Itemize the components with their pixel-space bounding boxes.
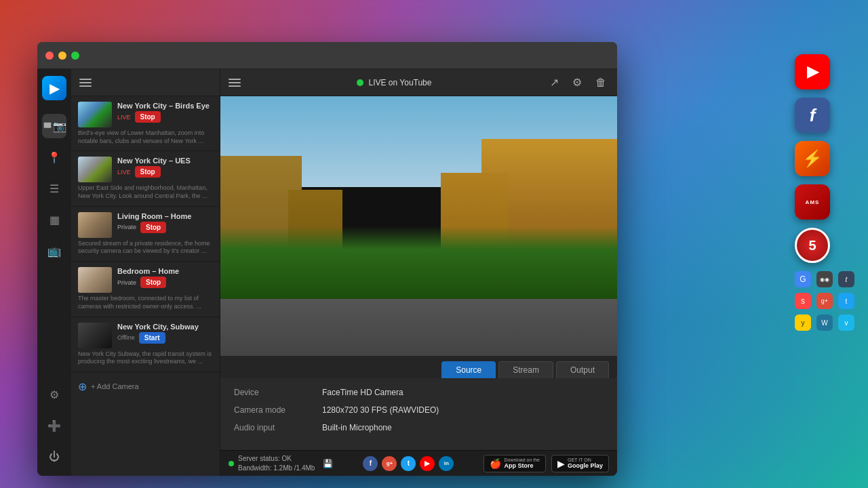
- camera-stop-btn-1[interactable]: Stop: [135, 111, 161, 123]
- dock-small-tumblr[interactable]: t: [838, 271, 854, 287]
- dock-facebook[interactable]: f: [795, 98, 830, 133]
- camera-status-1: LIVE: [117, 114, 131, 121]
- social-youtube-btn[interactable]: ▶: [420, 456, 435, 471]
- camera-info-1: New York City – Birds Eye LIVE Stop: [117, 102, 213, 124]
- settings-button[interactable]: ⚙: [570, 73, 585, 92]
- camera-status-row-1: LIVE Stop: [117, 111, 213, 123]
- camera-desc-1: Bird's-eye view of Lower Manhattan, zoom…: [78, 129, 213, 145]
- social-linkedin-btn[interactable]: in: [439, 456, 454, 471]
- social-twitter-btn[interactable]: t: [401, 456, 416, 471]
- dock-small-gplus[interactable]: g+: [816, 293, 833, 309]
- sidebar-item-location[interactable]: 📍: [42, 145, 66, 169]
- tab-output[interactable]: Output: [556, 361, 609, 378]
- camera-mode-row: Camera mode 868x488 30 FPS (RAWVIDEO): [234, 405, 604, 415]
- close-button[interactable]: [45, 52, 54, 60]
- audio-input-value: Built-in Microphone: [322, 423, 392, 432]
- social-icons: f g+ t ▶ in: [363, 456, 454, 471]
- dock-row-3: y W v: [795, 314, 854, 331]
- device-label: Device: [234, 388, 322, 397]
- live-indicator: [357, 79, 363, 86]
- sidebar-item-grid[interactable]: ▦: [42, 207, 66, 232]
- dock-youtube[interactable]: ▶: [795, 54, 830, 89]
- share-button[interactable]: ↗: [547, 73, 561, 92]
- app-content: ▶ 📷 📍 ☰ ▦ 📺 ⚙ ➕ ⏻: [37, 69, 617, 476]
- camera-desc-2: Upper East Side and neighborhood, Manhat…: [78, 184, 213, 200]
- camera-list: New York City – Birds Eye LIVE Stop Bird…: [71, 69, 220, 476]
- dock-row-1: G ◉◉ t: [795, 271, 854, 287]
- minimize-button[interactable]: [58, 52, 66, 60]
- sidebar-item-settings[interactable]: ⚙: [42, 382, 66, 407]
- camera-desc-5: New York City Subway, the rapid transit …: [78, 350, 213, 366]
- main-content: LIVE on YouTube ↗ ⚙ 🗑: [220, 69, 617, 476]
- camera-desc-3: Secured stream of a private residence, t…: [78, 240, 213, 256]
- status-bar: Server status: OK Bandwidth: 1.2Mb /1.4M…: [220, 450, 617, 476]
- sidebar-logo[interactable]: ▶: [42, 76, 66, 100]
- sidebar-item-broadcast[interactable]: 📺: [42, 239, 66, 263]
- app-window: ▶ 📷 📍 ☰ ▦ 📺 ⚙ ➕ ⏻: [37, 42, 617, 476]
- camera-status-row-4: Private Stop: [117, 277, 213, 288]
- camera-thumb-3: [78, 212, 112, 238]
- list-header: [71, 69, 220, 96]
- status-dot: [229, 461, 234, 466]
- hamburger-menu[interactable]: [79, 79, 92, 87]
- add-camera-label: + Add Camera: [91, 382, 139, 390]
- dock-ams[interactable]: AMS: [795, 184, 830, 220]
- maximize-button[interactable]: [71, 52, 79, 60]
- camera-name-2: New York City – UES: [117, 157, 213, 165]
- dock-five[interactable]: 5: [795, 228, 830, 263]
- dock-small-google[interactable]: G: [795, 271, 811, 287]
- ams-label: AMS: [806, 199, 820, 205]
- sidebar-item-medical[interactable]: ➕: [42, 413, 66, 438]
- camera-name-5: New York City, Subway: [117, 323, 213, 331]
- five-icon: 5: [795, 228, 830, 263]
- dock-small-s[interactable]: s: [795, 293, 811, 309]
- add-camera-button[interactable]: ⊕ + Add Camera: [71, 372, 220, 401]
- camera-stop-btn-3[interactable]: Stop: [140, 222, 166, 233]
- sidebar-item-cameras[interactable]: 📷: [42, 114, 66, 138]
- toolbar-center: LIVE on YouTube: [241, 78, 547, 87]
- tab-source[interactable]: Source: [441, 361, 496, 378]
- camera-stop-btn-2[interactable]: Stop: [135, 166, 161, 178]
- dock-thunder[interactable]: ⚡: [795, 141, 830, 176]
- device-row: Device FaceTime HD Camera: [234, 388, 604, 397]
- sidebar-item-list[interactable]: ☰: [42, 176, 66, 201]
- google-play-button[interactable]: ▶ GET IT ON Google Play: [551, 455, 609, 472]
- camera-info-2: New York City – UES LIVE Stop: [117, 157, 213, 179]
- toolbar-menu-icon[interactable]: [229, 79, 241, 87]
- dock-small-circles[interactable]: ◉◉: [816, 271, 833, 287]
- audio-input-row: Audio input Built-in Microphone: [234, 423, 604, 432]
- camera-status-row-5: Offline Start: [117, 332, 213, 344]
- social-googleplus-btn[interactable]: g+: [382, 456, 397, 471]
- camera-status-3: Private: [117, 224, 136, 230]
- camera-name-4: Bedroom – Home: [117, 267, 213, 275]
- camera-item-3[interactable]: Living Room – Home Private Stop Secured …: [71, 207, 220, 262]
- toolbar-left: [229, 79, 241, 87]
- tab-stream[interactable]: Stream: [498, 361, 553, 378]
- delete-button[interactable]: 🗑: [593, 74, 609, 92]
- toolbar-right: ↗ ⚙ 🗑: [547, 73, 609, 92]
- disk-icon: 💾: [323, 459, 333, 468]
- camera-name-1: New York City – Birds Eye: [117, 102, 213, 110]
- camera-stop-btn-4[interactable]: Stop: [140, 277, 166, 288]
- dock-small-yellow[interactable]: y: [795, 314, 811, 331]
- google-play-text: GET IT ON Google Play: [568, 458, 603, 469]
- dock-small-twitter[interactable]: t: [838, 293, 854, 309]
- dock-small-wordpress[interactable]: W: [816, 314, 833, 331]
- camera-item-1[interactable]: New York City – Birds Eye LIVE Stop Bird…: [71, 96, 220, 151]
- app-store-button[interactable]: 🍎 Download on the App Store: [484, 455, 546, 472]
- tab-bar: Source Stream Output: [220, 356, 617, 378]
- camera-item-4[interactable]: Bedroom – Home Private Stop The master b…: [71, 262, 220, 317]
- server-status-text: Server status: OK Bandwidth: 1.2Mb /1.4M…: [238, 454, 315, 473]
- sidebar: ▶ 📷 📍 ☰ ▦ 📺 ⚙ ➕ ⏻: [37, 69, 71, 476]
- sidebar-item-power[interactable]: ⏻: [42, 445, 66, 469]
- dock-small-vimeo[interactable]: v: [838, 314, 854, 331]
- google-play-icon: ▶: [557, 458, 565, 469]
- camera-item-2[interactable]: New York City – UES LIVE Stop Upper East…: [71, 151, 220, 206]
- social-facebook-btn[interactable]: f: [363, 456, 378, 471]
- app-store-text: Download on the App Store: [504, 458, 540, 469]
- control-area: Source Stream Output Device FaceTime HD …: [220, 356, 617, 450]
- camera-status-row-2: LIVE Stop: [117, 166, 213, 178]
- camera-item-5[interactable]: New York City, Subway Offline Start New …: [71, 317, 220, 372]
- camera-start-btn-5[interactable]: Start: [139, 332, 165, 344]
- dock-row-2: s g+ t: [795, 293, 854, 309]
